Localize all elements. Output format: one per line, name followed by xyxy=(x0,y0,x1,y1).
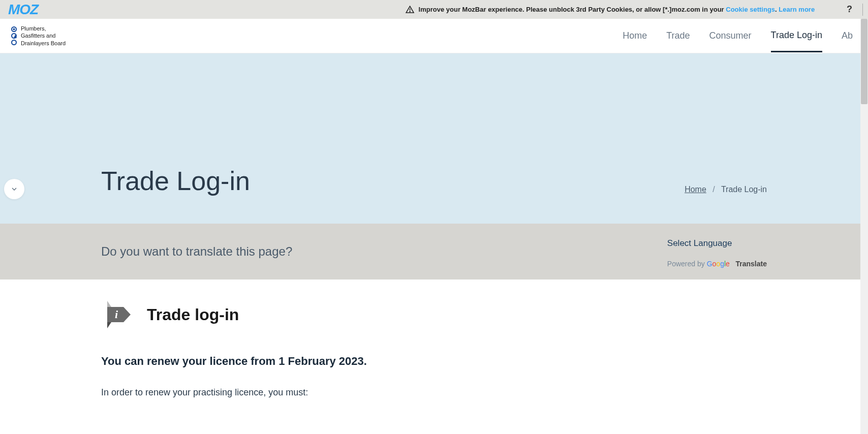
section-title: Trade log-in xyxy=(147,305,239,324)
mozbar-message-wrap: Improve your MozBar experience. Please u… xyxy=(406,5,815,14)
logo-line-3: Drainlayers Board xyxy=(21,40,66,47)
breadcrumb: Home / Trade Log-in xyxy=(685,185,767,194)
powered-label: Powered by xyxy=(667,260,707,268)
hero: Trade Log-in Home / Trade Log-in xyxy=(0,53,868,224)
google-logo: Google xyxy=(707,260,730,268)
nav-about[interactable]: Ab xyxy=(842,20,853,51)
main-nav: Home Trade Consumer Trade Log-in Ab xyxy=(623,20,853,52)
expand-button[interactable] xyxy=(4,179,24,199)
translate-controls: Select Language Powered by Google Transl… xyxy=(667,235,767,268)
chevron-down-icon xyxy=(10,185,18,193)
translate-question: Do you want to translate this page? xyxy=(101,244,292,259)
svg-text:i: i xyxy=(115,308,118,321)
nav-home[interactable]: Home xyxy=(623,20,647,51)
nav-consumer[interactable]: Consumer xyxy=(709,20,752,51)
site-logo[interactable]: Plumbers, Gasfitters and Drainlayers Boa… xyxy=(11,25,66,47)
vertical-scrollbar[interactable] xyxy=(860,19,868,434)
learn-more-link[interactable]: Learn more xyxy=(779,6,815,13)
breadcrumb-current: Trade Log-in xyxy=(721,185,767,194)
page-title: Trade Log-in xyxy=(101,166,250,196)
logo-text: Plumbers, Gasfitters and Drainlayers Boa… xyxy=(21,25,66,47)
section-header: i Trade log-in xyxy=(101,297,767,332)
logo-icons xyxy=(11,26,17,45)
paragraph-1: In order to renew your practising licenc… xyxy=(101,385,767,400)
translate-bar: Do you want to translate this page? Sele… xyxy=(0,224,868,280)
svg-point-1 xyxy=(410,11,410,12)
cookie-settings-link[interactable]: Cookie settings xyxy=(726,6,775,13)
lead-text: You can renew your licence from 1 Februa… xyxy=(101,355,767,368)
breadcrumb-home[interactable]: Home xyxy=(685,185,706,194)
mozbar: MOZ Improve your MozBar experience. Plea… xyxy=(0,0,868,19)
nav-trade-login[interactable]: Trade Log-in xyxy=(771,20,822,52)
hero-inner: Trade Log-in Home / Trade Log-in xyxy=(101,53,767,224)
logo-circle-icon xyxy=(11,26,17,32)
help-icon[interactable]: ? xyxy=(844,4,855,15)
logo-line-1: Plumbers, xyxy=(21,25,66,32)
logo-ring-icon xyxy=(11,40,17,45)
main-content: i Trade log-in You can renew your licenc… xyxy=(101,280,767,400)
moz-logo: MOZ xyxy=(8,2,38,18)
logo-flame-icon xyxy=(11,33,17,39)
warning-icon xyxy=(406,5,415,14)
info-tag-icon: i xyxy=(101,297,133,332)
nav-trade[interactable]: Trade xyxy=(666,20,690,51)
translate-inner: Do you want to translate this page? Sele… xyxy=(101,224,767,280)
scrollbar-thumb[interactable] xyxy=(861,19,867,104)
site-header: Plumbers, Gasfitters and Drainlayers Boa… xyxy=(0,19,868,53)
mozbar-separator xyxy=(862,4,863,16)
mozbar-right: ? xyxy=(844,4,863,16)
translate-word: Translate xyxy=(736,260,767,268)
powered-by: Powered by Google Translate xyxy=(667,260,767,268)
select-language[interactable]: Select Language xyxy=(667,238,767,249)
mozbar-message: Improve your MozBar experience. Please u… xyxy=(419,6,815,13)
logo-line-2: Gasfitters and xyxy=(21,32,66,39)
mozbar-message-text: Improve your MozBar experience. Please u… xyxy=(419,6,726,13)
breadcrumb-separator: / xyxy=(712,185,715,194)
mozbar-period: . xyxy=(775,6,779,13)
